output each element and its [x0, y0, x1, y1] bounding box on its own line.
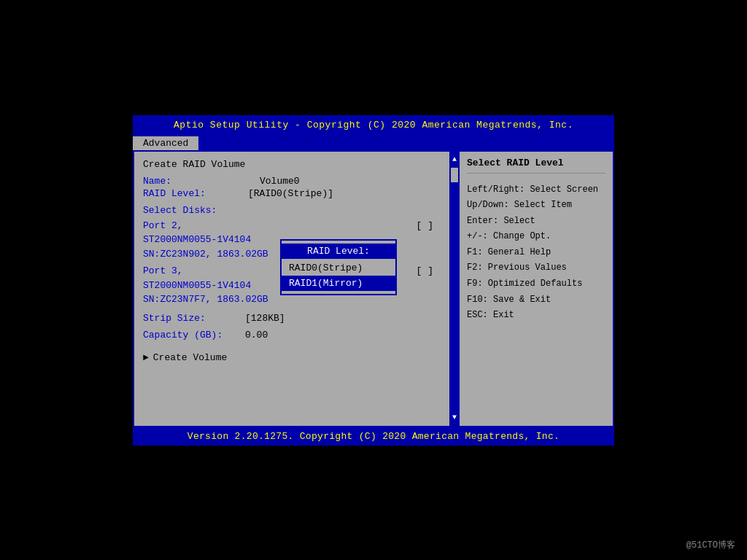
- capacity-row: Capacity (GB): 0.00: [143, 330, 441, 341]
- port3-model: ST2000NM0055-1V4104: [143, 280, 251, 291]
- scroll-track: [451, 168, 458, 410]
- port3-label: Port 3,: [143, 265, 183, 276]
- name-value: Volume0: [260, 176, 300, 187]
- popup-title: RAID Level:: [282, 244, 395, 259]
- create-volume-row[interactable]: ► Create Volume: [143, 352, 441, 363]
- capacity-label: Capacity (GB):: [143, 330, 245, 341]
- header-title: Aptio Setup Utility - Copyright (C) 2020…: [174, 120, 573, 131]
- capacity-value: 0.00: [245, 330, 268, 341]
- strip-size-value: [128KB]: [245, 313, 285, 324]
- scrollbar[interactable]: ▲ ▼: [449, 152, 460, 426]
- create-volume-label: Create Volume: [153, 352, 227, 363]
- help-key-2: Enter: Select: [467, 214, 605, 230]
- bios-footer: Version 2.20.1275. Copyright (C) 2020 Am…: [133, 427, 614, 446]
- footer-text: Version 2.20.1275. Copyright (C) 2020 Am…: [187, 431, 560, 442]
- right-panel: Select RAID Level Left/Right: Select Scr…: [460, 152, 613, 426]
- help-key-5: F2: Previous Values: [467, 260, 605, 276]
- port2-label: Port 2,: [143, 220, 183, 231]
- help-key-6: F9: Optimized Defaults: [467, 276, 605, 292]
- right-separator: [467, 173, 605, 174]
- left-panel: Create RAID Volume Name: Volume0 RAID Le…: [134, 152, 449, 426]
- name-row: Name: Volume0: [143, 176, 441, 187]
- triangle-icon: ►: [143, 352, 149, 363]
- popup-item-raid0[interactable]: RAID0(Stripe): [282, 260, 395, 276]
- port3-sn: SN:ZC23N7F7, 1863.02GB: [143, 294, 268, 305]
- scroll-thumb: [451, 168, 458, 182]
- watermark: @51CTO博客: [686, 539, 735, 551]
- port2-row: Port 2, [ ]: [143, 219, 441, 233]
- help-key-8: ESC: Exit: [467, 308, 605, 324]
- help-key-3: +/-: Change Opt.: [467, 229, 605, 245]
- help-key-4: F1: General Help: [467, 245, 605, 261]
- raid-level-popup[interactable]: RAID Level: RAID0(Stripe) RAID1(Mirror): [280, 239, 397, 295]
- right-help-title: Select RAID Level: [467, 158, 605, 168]
- name-label: Name:: [143, 176, 245, 187]
- popup-item-raid1[interactable]: RAID1(Mirror): [282, 276, 395, 291]
- raid-level-label: RAID Level:: [143, 188, 245, 199]
- scroll-down-arrow[interactable]: ▼: [452, 413, 457, 423]
- select-disks-label: Select Disks:: [143, 205, 441, 216]
- strip-size-label: Strip Size:: [143, 313, 245, 324]
- raid-level-value: [RAID0(Stripe)]: [248, 188, 333, 199]
- port2-bracket: [ ]: [417, 219, 433, 233]
- right-help-keys: Left/Right: Select Screen Up/Down: Selec…: [467, 182, 605, 324]
- bios-main: Create RAID Volume Name: Volume0 RAID Le…: [133, 150, 614, 427]
- help-key-1: Up/Down: Select Item: [467, 198, 605, 214]
- section-title: Create RAID Volume: [143, 159, 441, 170]
- tab-advanced[interactable]: Advanced: [133, 136, 198, 150]
- port2-sn: SN:ZC23N902, 1863.02GB: [143, 249, 268, 260]
- raid-level-row: RAID Level: [RAID0(Stripe)]: [143, 188, 441, 199]
- port2-model: ST2000NM0055-1V4104: [143, 234, 251, 245]
- scroll-up-arrow[interactable]: ▲: [452, 155, 457, 165]
- help-key-0: Left/Right: Select Screen: [467, 182, 605, 198]
- bios-header: Aptio Setup Utility - Copyright (C) 2020…: [133, 115, 614, 135]
- help-key-7: F10: Save & Exit: [467, 292, 605, 308]
- strip-size-row: Strip Size: [128KB]: [143, 313, 441, 324]
- port3-bracket: [ ]: [417, 264, 433, 279]
- bios-tabs: Advanced: [133, 135, 614, 150]
